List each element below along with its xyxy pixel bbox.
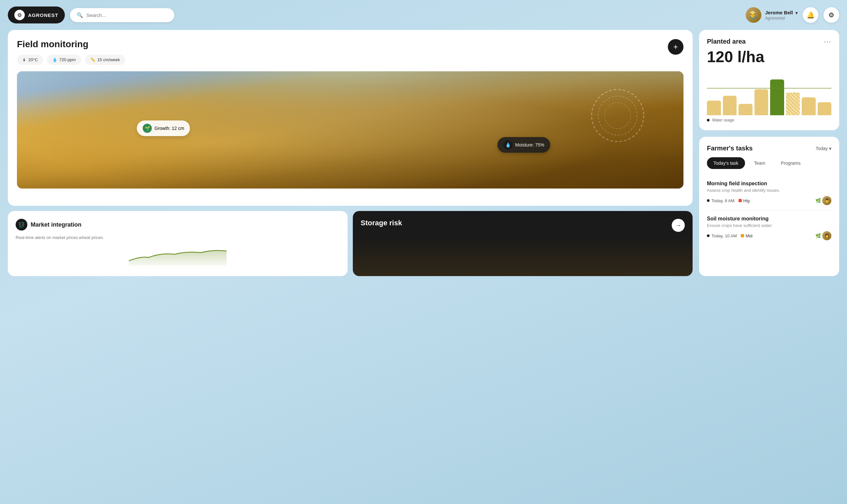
svg-point-1 [592, 90, 644, 142]
legend-dot [707, 119, 709, 122]
ppm-stat: 💧 720 ppm [47, 55, 81, 65]
tab-programs[interactable]: Programs [774, 157, 807, 169]
header: ⚙ AGRONEST 🔍 👨‍🌾 Jerome Bell ▾ Agronomis… [8, 6, 839, 23]
task-2-desc: Ensure crops have sufficient water. [707, 223, 831, 228]
growth-icon: 🌱 [143, 124, 152, 133]
search-input[interactable] [86, 12, 168, 18]
task-1-name: Morning field inspection [707, 181, 831, 186]
bar-2 [723, 96, 737, 115]
legend-label: Water usage [712, 118, 734, 122]
planted-area-header: Planted area ··· [707, 38, 831, 45]
market-integration-card: 💱 Market integration Real-time alerts on… [8, 211, 348, 276]
market-icon: 💱 [16, 219, 28, 231]
priority-dot-high [739, 199, 742, 202]
left-column: Field monitoring + 🌡 20°C 💧 720 ppm 📏 15… [8, 30, 693, 276]
search-bar[interactable]: 🔍 [70, 8, 174, 22]
time-dot [707, 199, 709, 202]
task-1-meta: Today, 8 AM Hig 🌿 👨 [707, 196, 831, 205]
priority-dot-mid [741, 234, 744, 237]
bar-chart-inner [707, 76, 831, 115]
market-integration-title: 💱 Market integration [16, 219, 340, 231]
bar-6-striped [786, 92, 800, 115]
field-monitoring-title: Field monitoring [17, 39, 684, 50]
tab-todays-task[interactable]: Today's task [707, 157, 745, 169]
task-tabs: Today's task Team Programs [707, 157, 831, 169]
task-item-2: Soil moisture monitoring Ensure crops ha… [707, 211, 831, 246]
task-2-meta: Today, 10 AM Mid 🌿 👩 [707, 231, 831, 240]
temperature-stat: 🌡 20°C [17, 55, 43, 65]
header-left: ⚙ AGRONEST 🔍 [8, 6, 174, 23]
right-column: Planted area ··· 120 l/ha [699, 30, 839, 276]
svg-point-2 [598, 96, 637, 135]
user-details: Jerome Bell ▾ Agronomist [765, 10, 797, 20]
task-2-avatar-group: 🌿 👩 [815, 231, 831, 240]
bar-8 [818, 102, 832, 115]
task-1-avatar: 👨 [822, 196, 831, 205]
task-1-desc: Assess crop health and identify issues. [707, 188, 831, 193]
logo[interactable]: ⚙ AGRONEST [8, 6, 65, 23]
growth-bubble: 🌱 Growth: 12 cm [137, 121, 190, 136]
reference-line [707, 88, 831, 89]
bar-4 [755, 89, 769, 115]
search-icon: 🔍 [76, 12, 83, 18]
user-role: Agronomist [765, 16, 797, 20]
task-2-time: Today, 10 AM [707, 233, 737, 238]
task-item-1: Morning field inspection Assess crop hea… [707, 176, 831, 211]
field-stats: 🌡 20°C 💧 720 ppm 📏 15 cm/week [17, 55, 684, 65]
chart-legend: Water usage [707, 118, 831, 122]
tab-team[interactable]: Team [748, 157, 772, 169]
task-2-name: Soil moisture monitoring [707, 216, 831, 222]
market-description: Real-time alerts on market prices wheat … [16, 234, 340, 241]
planted-area-card: Planted area ··· 120 l/ha [699, 30, 839, 130]
notification-button[interactable]: 🔔 [803, 7, 818, 23]
more-options-button[interactable]: ··· [824, 38, 831, 45]
task-1-meta-left: Today, 8 AM Hig [707, 198, 749, 203]
time-dot-2 [707, 234, 709, 237]
task-1-avatar-group: 🌿 👨 [815, 196, 831, 205]
field-image: 🌱 Growth: 12 cm 💧 Moisture: 75% [17, 71, 684, 188]
ppm-icon: 💧 [52, 57, 57, 62]
planted-area-title: Planted area [707, 38, 746, 45]
logo-icon: ⚙ [14, 10, 25, 20]
storage-risk-card: Storage risk → [353, 211, 693, 276]
header-right: 👨‍🌾 Jerome Bell ▾ Agronomist 🔔 ⚙ [746, 7, 839, 23]
task-2-meta-left: Today, 10 AM Mid [707, 233, 753, 238]
settings-button[interactable]: ⚙ [824, 7, 839, 23]
user-name: Jerome Bell ▾ [765, 10, 797, 15]
task-1-time: Today, 8 AM [707, 198, 735, 203]
tasks-title: Farmer's tasks [707, 145, 753, 152]
farmers-tasks-card: Farmer's tasks Today ▾ Today's task Team… [699, 137, 839, 276]
growth-rate-icon: 📏 [90, 57, 95, 62]
period-dropdown[interactable]: Today ▾ [816, 146, 831, 151]
avatar: 👨‍🌾 [746, 7, 761, 23]
leaf-icon-2: 🌿 [815, 233, 821, 238]
task-1-priority: Hig [739, 198, 750, 203]
temperature-icon: 🌡 [22, 57, 27, 62]
bar-5-highlight [770, 79, 784, 115]
bottom-cards: 💱 Market integration Real-time alerts on… [8, 211, 693, 276]
progress-ring [585, 83, 650, 148]
bar-chart [707, 70, 831, 115]
svg-rect-0 [17, 71, 684, 188]
growth-rate-stat: 📏 15 cm/week [85, 55, 125, 65]
bar-3 [739, 104, 753, 115]
dropdown-chevron: ▾ [829, 146, 831, 151]
market-chart [16, 246, 340, 266]
logo-text: AGRONEST [28, 12, 58, 18]
bar-1 [707, 101, 721, 115]
bar-7 [802, 97, 816, 115]
svg-point-3 [605, 103, 631, 129]
user-profile[interactable]: 👨‍🌾 Jerome Bell ▾ Agronomist [746, 7, 797, 23]
leaf-icon-1: 🌿 [815, 198, 821, 203]
moisture-icon: 💧 [503, 140, 512, 149]
task-2-avatar: 👩 [822, 231, 831, 240]
task-2-priority: Mid [741, 233, 753, 238]
moisture-bubble: 💧 Moisture: 75% [497, 137, 550, 153]
storage-risk-title: Storage risk [360, 219, 685, 227]
field-monitoring-card: Field monitoring + 🌡 20°C 💧 720 ppm 📏 15… [8, 30, 693, 206]
planted-area-value: 120 l/ha [707, 48, 831, 66]
storage-arrow-button[interactable]: → [672, 219, 685, 232]
main-grid: Field monitoring + 🌡 20°C 💧 720 ppm 📏 15… [8, 30, 839, 276]
add-button[interactable]: + [668, 39, 684, 55]
tasks-header: Farmer's tasks Today ▾ [707, 145, 831, 152]
